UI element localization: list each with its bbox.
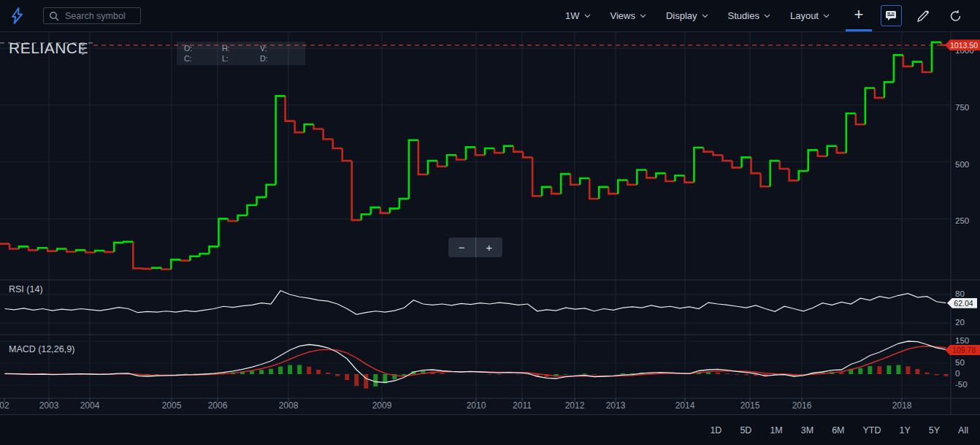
year-label-2018: 2018 [892,400,912,411]
axis-tick-label: 250 [955,216,969,225]
year-label-2016: 2016 [792,400,812,411]
toolbar-menus: 1WViewsDisplayStudiesLayout [565,0,830,31]
axis-tick-label: 20 [955,318,965,327]
chevron-down-icon [640,14,646,18]
symbol-search[interactable] [43,7,141,24]
last-price-tag: 1013.50 [945,39,980,50]
zoom-in-button[interactable]: + [475,237,503,257]
axis-tick-label: 80 [955,289,965,298]
symbol-title: RELIANCE [9,39,88,57]
chevron-down-icon [764,14,770,18]
year-label-2012: 2012 [565,400,585,411]
zoom-out-button[interactable]: − [448,237,475,257]
legend-field-o: O: [184,44,222,53]
top-toolbar: 1WViewsDisplayStudiesLayout + [0,0,980,32]
year-label-2011: 2011 [513,400,532,411]
legend-field-c: C: [184,54,222,63]
menu-label: Views [610,10,635,21]
menu-label: Layout [790,10,819,21]
period-selector: 1D5D1M3M6MYTD1Y5YAll [710,415,968,445]
news-button[interactable] [878,0,904,31]
macd-value-tag: 109.78 [945,345,980,355]
period-3m[interactable]: 3M [801,425,814,436]
app-logo-icon[interactable] [9,0,26,31]
bottom-bar: 1D5D1M3M6MYTD1Y5YAll [0,414,980,445]
year-label-2013: 2013 [606,400,626,411]
trading-app: 1WViewsDisplayStudiesLayout + [0,0,980,445]
axis-tick-label: 0 [955,369,960,378]
search-input[interactable] [64,10,135,22]
macd-pane-label: MACD (12,26,9) [9,344,74,354]
chart-canvas[interactable] [0,0,980,445]
year-label-2005: 2005 [162,400,182,411]
add-chart-button[interactable]: + [846,0,872,31]
toolbar-icon-group: + [846,0,968,31]
year-label-02: 02 [0,400,9,411]
legend-field-l: L: [222,54,260,63]
reset-button[interactable] [942,0,968,31]
axis-tick-label: 50 [955,358,965,367]
year-label-2004: 2004 [80,400,100,411]
chevron-down-icon [702,14,708,18]
chevron-down-icon [584,14,591,18]
period-6m[interactable]: 6M [832,425,844,436]
period-1m[interactable]: 1M [770,425,782,436]
add-icon: + [854,5,864,24]
rsi-pane-label: RSI (14) [9,284,43,294]
legend-field-h: H: [222,44,260,53]
year-label-2006: 2006 [208,400,228,411]
menu-views[interactable]: Views [610,10,646,21]
menu-display[interactable]: Display [666,10,708,21]
period-1d[interactable]: 1D [710,425,721,436]
search-icon [49,11,59,21]
axis-tick-label: -50 [955,380,968,389]
period-ytd[interactable]: YTD [863,425,881,436]
draw-button[interactable] [910,0,936,31]
year-label-2003: 2003 [39,400,59,411]
year-label-2015: 2015 [740,400,760,411]
menu-label: Display [666,10,697,21]
period-5d[interactable]: 5D [740,425,751,436]
menu-label: 1W [565,10,580,21]
zoom-control: − + [448,237,502,257]
legend-field-d: D: [260,54,298,63]
news-icon [881,5,902,26]
axis-tick-label: 500 [955,160,969,169]
chevron-down-icon [823,14,830,18]
menu-1w[interactable]: 1W [565,10,591,21]
axis-tick-label: 750 [955,103,969,112]
period-1y[interactable]: 1Y [900,425,911,436]
draw-pencil-icon [916,9,930,23]
rsi-value-tag: 62.04 [947,298,977,308]
menu-studies[interactable]: Studies [728,10,770,21]
period-5y[interactable]: 5Y [929,425,940,436]
year-label-2009: 2009 [372,400,392,411]
year-label-2014: 2014 [675,400,695,411]
year-label-2008: 2008 [279,400,299,411]
menu-label: Studies [728,10,759,21]
ohlc-legend: O:H:V:C:L:D: [177,42,305,65]
period-all[interactable]: All [958,425,968,436]
axis-tick-label: 150 [955,336,969,345]
year-label-2010: 2010 [467,400,486,411]
refresh-icon [949,9,962,23]
legend-field-v: V: [260,44,298,53]
menu-layout[interactable]: Layout [790,10,830,21]
symbol-menu-kebab-icon[interactable]: ••• [81,42,85,56]
